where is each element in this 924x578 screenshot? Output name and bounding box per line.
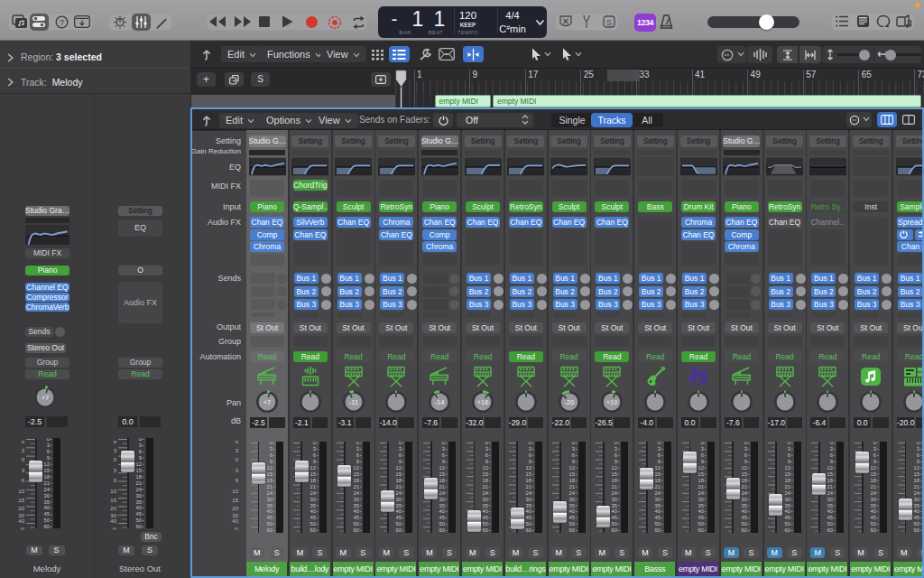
svg-text:21: 21: [525, 484, 531, 489]
svg-text:20: 20: [232, 506, 238, 511]
svg-text:12: 12: [827, 465, 833, 471]
svg-text:-20: -20: [564, 398, 574, 406]
svg-text:12: 12: [741, 465, 746, 471]
svg-text:60: 60: [871, 527, 876, 533]
svg-text:0: 0: [114, 457, 117, 462]
svg-text:60: 60: [914, 527, 919, 533]
svg-text:9: 9: [873, 459, 876, 464]
svg-text:3: 3: [356, 446, 358, 452]
svg-text:21: 21: [483, 484, 488, 489]
svg-text:35: 35: [483, 503, 488, 508]
svg-text:18: 18: [439, 478, 445, 483]
svg-text:3: 3: [236, 468, 239, 473]
svg-text:30: 30: [827, 497, 833, 502]
svg-text:24: 24: [353, 490, 359, 496]
svg-text:30: 30: [483, 497, 488, 502]
svg-text:24: 24: [655, 490, 661, 496]
svg-text:0: 0: [571, 442, 574, 445]
svg-text:50: 50: [827, 521, 833, 527]
svg-text:21: 21: [741, 484, 746, 489]
svg-text:0: 0: [442, 442, 445, 445]
svg-text:15: 15: [784, 471, 790, 477]
svg-text:10: 10: [110, 489, 116, 494]
svg-text:18: 18: [483, 478, 488, 483]
svg-text:50: 50: [568, 521, 574, 527]
svg-text:45: 45: [353, 515, 358, 520]
svg-text:50: 50: [310, 521, 315, 527]
svg-text:30: 30: [525, 497, 531, 502]
svg-text:12: 12: [568, 465, 574, 471]
svg-text:6: 6: [356, 452, 358, 458]
svg-text:6: 6: [114, 478, 117, 483]
svg-text:30: 30: [439, 497, 445, 502]
svg-text:45: 45: [136, 511, 142, 517]
svg-text:6: 6: [22, 441, 25, 444]
svg-text:35: 35: [267, 503, 273, 508]
svg-text:3: 3: [614, 446, 617, 452]
svg-text:60: 60: [568, 527, 574, 533]
svg-text:12: 12: [784, 465, 790, 471]
svg-text:50: 50: [741, 521, 746, 527]
svg-text:40: 40: [784, 508, 790, 514]
svg-text:30: 30: [353, 497, 358, 502]
svg-text:12: 12: [396, 465, 402, 471]
svg-text:6: 6: [701, 452, 704, 458]
svg-text:24: 24: [396, 490, 402, 496]
svg-text:35: 35: [914, 503, 919, 508]
svg-text:12: 12: [914, 465, 919, 471]
svg-text:0: 0: [236, 457, 239, 462]
svg-text:?: ?: [60, 17, 64, 26]
svg-text:3: 3: [313, 446, 316, 452]
svg-text:10: 10: [232, 489, 238, 494]
svg-text:18: 18: [655, 478, 661, 483]
svg-text:18: 18: [44, 474, 50, 480]
svg-text:15: 15: [44, 468, 50, 473]
svg-text:21: 21: [396, 484, 402, 489]
svg-text:18: 18: [353, 478, 358, 483]
svg-text:40: 40: [18, 518, 24, 524]
svg-text:3: 3: [399, 446, 402, 452]
svg-text:40: 40: [568, 508, 574, 514]
svg-text:3: 3: [529, 446, 531, 452]
svg-text:6: 6: [830, 452, 833, 458]
svg-text:0: 0: [744, 442, 747, 445]
svg-text:9: 9: [701, 459, 704, 464]
svg-text:50: 50: [914, 521, 919, 527]
svg-text:9: 9: [313, 459, 316, 464]
svg-text:30: 30: [568, 497, 574, 502]
svg-text:30: 30: [784, 497, 790, 502]
svg-text:40: 40: [396, 508, 402, 514]
svg-text:15: 15: [568, 471, 574, 477]
svg-text:45: 45: [439, 515, 445, 520]
svg-text:0: 0: [830, 442, 833, 445]
svg-text:40: 40: [232, 518, 238, 524]
svg-text:24: 24: [612, 490, 618, 496]
svg-text:15: 15: [525, 471, 531, 477]
svg-text:3: 3: [571, 446, 574, 452]
svg-text:12: 12: [698, 465, 704, 471]
svg-text:35: 35: [568, 503, 574, 508]
svg-text:20: 20: [18, 506, 24, 511]
svg-text:3: 3: [917, 446, 919, 452]
svg-text:15: 15: [741, 471, 746, 477]
svg-text:9: 9: [47, 455, 50, 461]
svg-text:40: 40: [525, 508, 531, 514]
svg-text:-11: -11: [348, 398, 357, 406]
svg-text:3: 3: [47, 443, 50, 448]
svg-text:10: 10: [18, 489, 24, 494]
svg-text:30: 30: [741, 497, 746, 502]
svg-text:9: 9: [614, 459, 617, 464]
svg-text:21: 21: [871, 484, 876, 489]
svg-text:24: 24: [310, 490, 316, 496]
svg-text:21: 21: [568, 484, 574, 489]
svg-text:40: 40: [110, 518, 116, 524]
svg-text:40: 40: [267, 508, 273, 514]
svg-text:9: 9: [571, 459, 574, 464]
svg-text:9: 9: [270, 459, 273, 464]
svg-text:3: 3: [485, 446, 488, 452]
svg-text:0: 0: [139, 438, 142, 442]
svg-text:18: 18: [267, 478, 273, 483]
svg-text:0: 0: [22, 457, 25, 462]
svg-text:0: 0: [313, 442, 316, 445]
svg-text:21: 21: [136, 480, 142, 486]
